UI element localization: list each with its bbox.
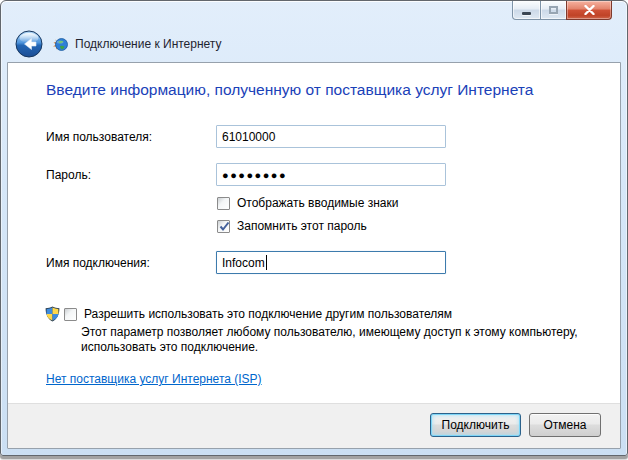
username-value: 61010000 [222, 130, 275, 144]
username-label: Имя пользователя: [46, 130, 152, 144]
connection-name-label: Имя подключения: [46, 256, 150, 270]
dialog-footer: Подключить Отмена [8, 403, 620, 448]
allow-other-users-label[interactable]: Разрешить использовать это подключение д… [84, 307, 452, 321]
show-characters-label[interactable]: Отображать вводимые знаки [237, 196, 398, 210]
close-icon [584, 5, 595, 15]
show-characters-checkbox[interactable] [217, 197, 230, 210]
back-button[interactable] [15, 30, 43, 58]
uac-shield-icon [45, 306, 60, 322]
cancel-button[interactable]: Отмена [529, 413, 601, 437]
maximize-icon [549, 6, 558, 14]
maximize-button [540, 1, 567, 20]
password-input[interactable]: ●●●●●●●● [216, 163, 446, 186]
window-controls [513, 1, 612, 20]
dialog-body: Введите информацию, полученную от постав… [7, 62, 621, 449]
internet-connection-icon [51, 36, 68, 53]
connection-name-value: Infocom [222, 256, 265, 270]
text-caret [266, 255, 267, 270]
window-title: Подключение к Интернету [75, 37, 222, 51]
remember-password-checkbox[interactable] [217, 220, 230, 233]
allow-other-users-checkbox-row: Разрешить использовать это подключение д… [64, 307, 452, 321]
connect-button[interactable]: Подключить [430, 413, 521, 437]
connect-to-internet-window: Подключение к Интернету Введите информац… [0, 0, 628, 456]
main-instruction: Введите информацию, полученную от постав… [46, 81, 533, 99]
password-value: ●●●●●●●● [222, 169, 287, 181]
show-characters-checkbox-row: Отображать вводимые знаки [217, 196, 398, 210]
minimize-icon [522, 12, 531, 15]
no-isp-link[interactable]: Нет поставщика услуг Интернета (ISP) [46, 372, 262, 386]
allow-other-users-checkbox[interactable] [64, 308, 77, 321]
navigation-bar: Подключение к Интернету [1, 27, 627, 61]
close-button[interactable] [566, 1, 612, 20]
connection-name-input[interactable]: Infocom [216, 251, 446, 274]
checkmark-icon [219, 221, 230, 232]
username-input[interactable]: 61010000 [216, 125, 446, 148]
allow-other-users-description: Этот параметр позволяет любому пользоват… [81, 325, 597, 355]
remember-password-label[interactable]: Запомнить этот пароль [237, 219, 367, 233]
remember-password-checkbox-row: Запомнить этот пароль [217, 219, 367, 233]
password-label: Пароль: [46, 168, 91, 182]
minimize-button[interactable] [512, 1, 541, 20]
back-arrow-icon [15, 30, 43, 58]
